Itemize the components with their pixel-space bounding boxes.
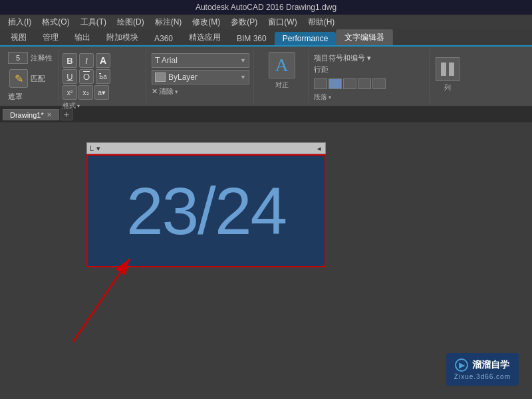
- align-left-button[interactable]: [314, 78, 327, 89]
- line-spacing-label: 行距: [314, 65, 329, 74]
- superscript-button[interactable]: x²: [63, 85, 77, 100]
- watermark-line1: 溜溜自学: [472, 359, 509, 371]
- column-label: 列: [444, 83, 451, 92]
- title-bar: Autodesk AutoCAD 2016 Drawing1.dwg: [0, 0, 532, 15]
- menu-item-modify[interactable]: 修改(M): [187, 15, 225, 29]
- italic-button[interactable]: I: [79, 53, 94, 68]
- align-area: A 对正: [255, 49, 309, 103]
- tab-addons[interactable]: 附加模块: [98, 30, 146, 45]
- ruler-content: ▾ ◂: [94, 143, 323, 154]
- align-icon-large[interactable]: A: [269, 52, 295, 78]
- tab-manage[interactable]: 管理: [35, 30, 66, 45]
- match-button[interactable]: ✎ 匹配: [8, 68, 53, 89]
- color-box: [155, 72, 166, 82]
- tab-text-editor[interactable]: 文字编辑器: [336, 29, 393, 45]
- paragraph-area: 项目符号和编号 ▾ 行距 段落 ▾: [310, 49, 430, 103]
- ruler-start-arrow: ▾: [96, 144, 100, 153]
- add-tab-button[interactable]: +: [61, 108, 72, 120]
- clear-label[interactable]: 清除: [159, 86, 174, 96]
- svg-rect-1: [449, 63, 454, 76]
- tab-output[interactable]: 输出: [66, 30, 98, 45]
- add-tab-icon: +: [64, 109, 69, 120]
- ribbon-tab-bar: 视图 管理 输出 附加模块 A360 精选应用 BIM 360 Performa…: [0, 29, 532, 47]
- format-row-2: U O b̄a: [63, 69, 143, 84]
- overline-button[interactable]: O: [79, 69, 94, 84]
- ruler-end-arrow: ◂: [317, 144, 321, 153]
- strikethrough-button[interactable]: b̄a: [96, 69, 110, 84]
- align-distributed-button[interactable]: [372, 78, 386, 89]
- drawing-tab-name: Drawing1*: [10, 111, 44, 119]
- watermark-top: ▶ 溜溜自学: [455, 358, 509, 372]
- align-letter: A: [275, 55, 288, 76]
- font-name: T Arial: [155, 56, 178, 65]
- align-label: 对正: [275, 80, 289, 90]
- watermark-line2: Zixue.3d66.com: [454, 373, 511, 380]
- menu-item-annotate[interactable]: 标注(N): [150, 15, 188, 29]
- color-swatch-icon: ByLayer: [155, 72, 198, 82]
- drawing-tab-close-icon[interactable]: ✕: [47, 111, 52, 118]
- menu-item-format[interactable]: 格式(O): [37, 15, 74, 29]
- svg-rect-0: [441, 63, 446, 76]
- bold-button[interactable]: B: [63, 53, 77, 68]
- menu-item-window[interactable]: 窗口(W): [263, 15, 302, 29]
- tab-featured[interactable]: 精选应用: [181, 30, 229, 45]
- format-row-3: x² x₂ a▾: [63, 85, 143, 100]
- menu-item-params[interactable]: 参数(P): [225, 15, 263, 29]
- underline-button[interactable]: U: [63, 69, 77, 84]
- menu-item-tools[interactable]: 工具(T): [75, 15, 112, 29]
- left-panel: 注释性 ✎ 匹配 遮罩: [4, 49, 59, 103]
- column-icon[interactable]: [436, 57, 460, 81]
- annotation-item: 注释性: [8, 52, 53, 64]
- format-row-1: B I A: [63, 53, 143, 68]
- svg-line-3: [73, 259, 130, 342]
- tab-view[interactable]: 视图: [3, 30, 35, 45]
- text-ruler: L ▾ ◂: [86, 142, 326, 154]
- title-text: Autodesk AutoCAD 2016 Drawing1.dwg: [196, 3, 336, 12]
- format-expand-icon[interactable]: ▾: [77, 103, 80, 109]
- format-group: B I A U O b̄a x² x₂ a▾ 格式 ▾: [60, 49, 146, 103]
- menu-bar: 插入(I) 格式(O) 工具(T) 绘图(D) 标注(N) 修改(M) 参数(P…: [0, 15, 532, 29]
- font-area: T Arial ▼ ByLayer ▼ ✕ 清除 ▾: [148, 49, 254, 103]
- ribbon-content: 注释性 ✎ 匹配 遮罩 B I A U O b̄a x² x₂ a▾ 格式 ▾: [0, 47, 532, 106]
- column-area: 列: [431, 49, 464, 103]
- align-right-button[interactable]: [343, 78, 356, 89]
- text-content: 23/24: [126, 173, 286, 249]
- tab-bim360[interactable]: BIM 360: [229, 32, 275, 45]
- menu-item-draw[interactable]: 绘图(D): [112, 15, 150, 29]
- project-symbol-row: 项目符号和编号 ▾: [314, 53, 425, 63]
- match-icon: ✎: [9, 69, 28, 88]
- drawing-tab-active[interactable]: Drawing1* ✕: [3, 109, 59, 120]
- canvas-area[interactable]: L ▾ ◂ 23/24 ▶ 溜溜自学: [0, 122, 532, 399]
- color-label: ByLayer: [168, 72, 198, 82]
- color-selector[interactable]: ByLayer ▼: [152, 70, 249, 84]
- clear-row: ✕ 清除 ▾: [152, 86, 249, 96]
- subscript-button[interactable]: x₂: [78, 85, 93, 100]
- match-label: 匹配: [31, 74, 45, 84]
- text-box[interactable]: 23/24: [86, 154, 326, 267]
- cover-item[interactable]: 遮罩: [8, 92, 53, 102]
- color-dropdown-icon[interactable]: ▼: [240, 74, 246, 80]
- font-dropdown-icon[interactable]: ▼: [240, 57, 246, 64]
- paragraph-expand-row: 段落 ▾: [314, 92, 425, 102]
- watermark: ▶ 溜溜自学 Zixue.3d66.com: [446, 353, 519, 386]
- alignment-buttons-row: [314, 78, 425, 89]
- format-group-label: 格式 ▾: [63, 101, 143, 110]
- text-edit-container: L ▾ ◂ 23/24: [86, 142, 326, 267]
- project-symbol-label[interactable]: 项目符号和编号 ▾: [314, 53, 371, 63]
- paragraph-label: 段落: [314, 92, 327, 102]
- align-justify-button[interactable]: [358, 78, 371, 89]
- clear-dropdown[interactable]: ▾: [175, 88, 178, 95]
- watermark-play-icon: ▶: [455, 358, 468, 372]
- font-selector[interactable]: T Arial ▼: [152, 53, 249, 68]
- font-a-button[interactable]: A: [96, 53, 110, 68]
- menu-item-help[interactable]: 帮助(H): [303, 15, 340, 29]
- line-spacing-row: 行距: [314, 65, 425, 74]
- clear-icon: ✕: [152, 87, 158, 96]
- paragraph-expand-icon[interactable]: ▾: [329, 94, 331, 100]
- oblique-button[interactable]: a▾: [94, 85, 109, 100]
- menu-item-insert[interactable]: 插入(I): [3, 15, 37, 29]
- tab-a360[interactable]: A360: [146, 32, 181, 45]
- annotation-number[interactable]: [8, 52, 28, 64]
- align-center-button[interactable]: [329, 78, 342, 89]
- tab-performance[interactable]: Performance: [275, 32, 336, 45]
